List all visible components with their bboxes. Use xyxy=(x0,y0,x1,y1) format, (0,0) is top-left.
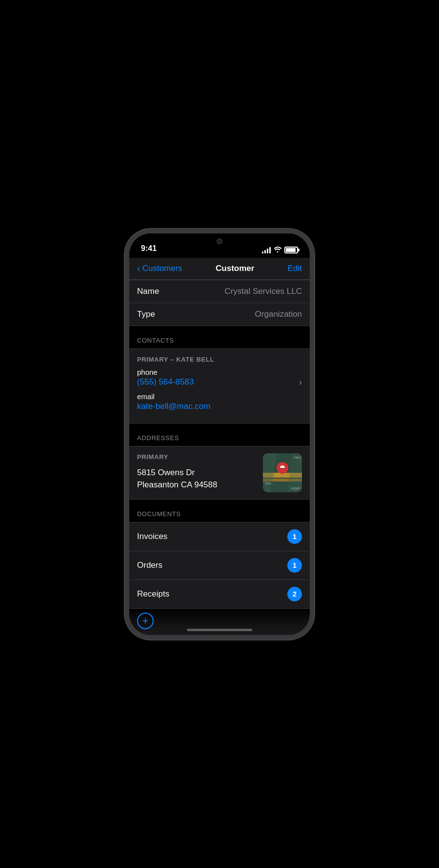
home-indicator xyxy=(187,629,252,631)
notch xyxy=(180,233,259,250)
map-bg: Hac Legal Ow... xyxy=(263,453,302,492)
add-button[interactable]: + xyxy=(137,613,154,629)
chevron-left-icon: ‹ xyxy=(137,263,140,273)
phone-row: (555) 564-8583 › xyxy=(137,377,302,387)
email-label: email xyxy=(137,392,302,401)
receipts-badge: 2 xyxy=(287,587,302,601)
back-button[interactable]: ‹ Customers xyxy=(137,264,182,273)
addresses-section-header: ADDRESSES xyxy=(129,424,310,446)
address-line2: Pleasanton CA 94588 xyxy=(137,480,217,489)
contacts-header-text: CONTACTS xyxy=(137,337,174,344)
orders-label: Orders xyxy=(137,560,162,570)
customer-info-section: Name Crystal Services LLC Type Organizat… xyxy=(129,280,310,326)
name-row: Name Crystal Services LLC xyxy=(129,280,310,303)
type-row: Type Organization xyxy=(129,303,310,326)
map-thumbnail[interactable]: Hac Legal Ow... xyxy=(263,453,302,492)
status-time: 9:41 xyxy=(141,244,157,254)
phone-value[interactable]: (555) 564-8583 xyxy=(137,377,194,387)
chevron-right-icon: › xyxy=(299,377,302,387)
back-label: Customers xyxy=(142,264,182,273)
address-text: 5815 Owens Dr Pleasanton CA 94588 xyxy=(137,466,217,491)
documents-section-header: DOCUMENTS xyxy=(129,500,310,522)
phone-label: phone xyxy=(137,368,302,376)
type-label: Type xyxy=(137,309,155,319)
documents-header-text: DOCUMENTS xyxy=(137,510,181,518)
map-label-legal: Legal xyxy=(290,486,300,490)
email-value[interactable]: kate-bell@mac.com xyxy=(137,402,210,411)
address-content: PRIMARY 5815 Owens Dr Pleasanton CA 9458… xyxy=(137,453,217,491)
addresses-header-text: ADDRESSES xyxy=(137,434,179,442)
receipts-label: Receipts xyxy=(137,589,169,599)
email-detail: email kate-bell@mac.com xyxy=(137,392,302,411)
name-value: Crystal Services LLC xyxy=(224,287,302,296)
silent-switch xyxy=(124,280,126,294)
orders-row[interactable]: Orders 1 xyxy=(129,551,310,580)
map-label-hack: Hac xyxy=(294,455,301,460)
nav-bar: ‹ Customers Customer Edit xyxy=(129,258,310,280)
phone-frame: 9:41 ‹ Customers xyxy=(124,229,315,640)
screen: ‹ Customers Customer Edit Name Crystal S… xyxy=(129,258,310,635)
wifi-icon xyxy=(274,246,281,254)
phone-detail: phone (555) 564-8583 › xyxy=(137,368,302,387)
invoices-row[interactable]: Invoices 1 xyxy=(129,522,310,551)
map-label-ow: Ow... xyxy=(265,481,274,485)
signal-icon xyxy=(262,247,271,253)
documents-list: Invoices 1 Orders 1 Receipts 2 xyxy=(129,522,310,609)
camera xyxy=(217,238,222,244)
invoices-label: Invoices xyxy=(137,532,167,541)
invoices-badge: 1 xyxy=(287,529,302,544)
page-title: Customer xyxy=(216,264,254,273)
contact-title: PRIMARY – KATE BELL xyxy=(137,356,302,363)
add-icon: + xyxy=(142,616,149,626)
orders-badge: 1 xyxy=(287,558,302,573)
address-title: PRIMARY xyxy=(137,453,217,461)
type-value: Organization xyxy=(255,309,302,319)
battery-icon xyxy=(284,247,298,253)
contacts-section-header: CONTACTS xyxy=(129,326,310,348)
volume-down-button xyxy=(124,320,126,338)
content: Name Crystal Services LLC Type Organizat… xyxy=(129,280,310,635)
name-label: Name xyxy=(137,287,159,296)
power-button xyxy=(313,307,315,341)
volume-up-button xyxy=(124,297,126,314)
primary-contact-card[interactable]: PRIMARY – KATE BELL phone (555) 564-8583… xyxy=(129,348,310,424)
address-line1: 5815 Owens Dr xyxy=(137,468,195,477)
receipts-row[interactable]: Receipts 2 xyxy=(129,580,310,608)
edit-button[interactable]: Edit xyxy=(288,264,302,273)
status-icons xyxy=(262,246,298,254)
primary-address-card[interactable]: PRIMARY 5815 Owens Dr Pleasanton CA 9458… xyxy=(129,446,310,500)
